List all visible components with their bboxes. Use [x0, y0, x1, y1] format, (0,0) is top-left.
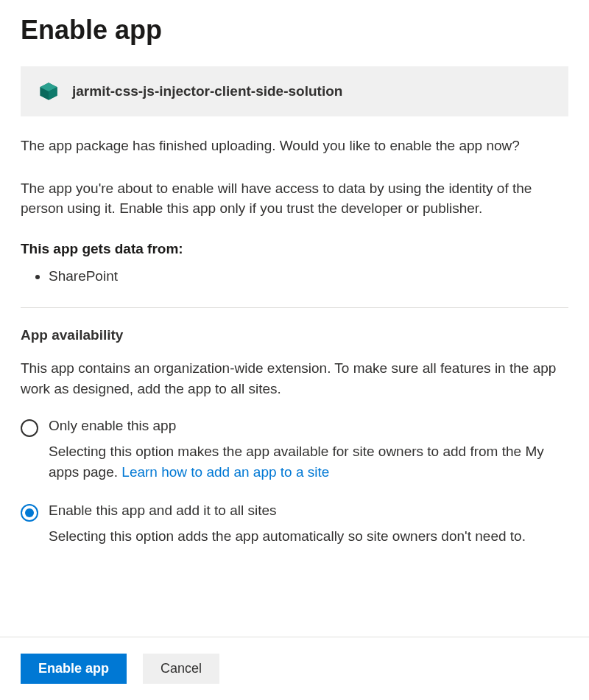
data-sources-list: SharePoint: [21, 266, 568, 287]
enable-app-button[interactable]: Enable app: [21, 654, 127, 684]
app-banner: jarmit-css-js-injector-client-side-solut…: [21, 66, 568, 116]
radio-button[interactable]: [21, 504, 38, 522]
trust-warning-text: The app you're about to enable will have…: [21, 178, 568, 219]
radio-option-only-enable[interactable]: Only enable this app Selecting this opti…: [21, 418, 568, 482]
upload-complete-text: The app package has finished uploading. …: [21, 136, 568, 156]
radio-description: Selecting this option makes the app avai…: [49, 441, 568, 482]
data-source-item: SharePoint: [49, 266, 568, 287]
radio-label: Only enable this app: [49, 418, 568, 434]
package-icon: [38, 81, 59, 102]
divider: [21, 307, 568, 308]
radio-label: Enable this app and add it to all sites: [49, 503, 568, 519]
availability-description: This app contains an organization-wide e…: [21, 358, 568, 399]
radio-description: Selecting this option adds the app autom…: [49, 526, 568, 547]
radio-button[interactable]: [21, 419, 38, 437]
data-sources-heading: This app gets data from:: [21, 241, 568, 257]
learn-more-link[interactable]: Learn how to add an app to a site: [121, 464, 329, 480]
radio-option-add-all-sites[interactable]: Enable this app and add it to all sites …: [21, 503, 568, 547]
availability-radio-group: Only enable this app Selecting this opti…: [21, 418, 568, 547]
page-title: Enable app: [21, 15, 568, 46]
cancel-button[interactable]: Cancel: [143, 654, 219, 684]
app-name: jarmit-css-js-injector-client-side-solut…: [72, 83, 342, 99]
dialog-footer: Enable app Cancel: [0, 637, 589, 700]
availability-heading: App availability: [21, 327, 568, 343]
